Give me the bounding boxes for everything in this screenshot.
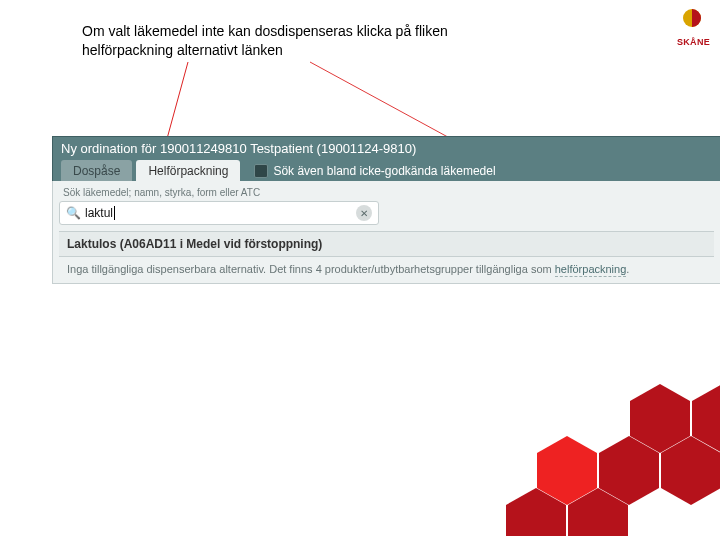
text-cursor — [114, 206, 115, 220]
tab-dospase-label: Dospåse — [73, 164, 120, 178]
search-panel: Sök läkemedel; namn, styrka, form eller … — [52, 181, 720, 284]
result-heading: Laktulos (A06AD11 i Medel vid förstoppni… — [59, 231, 714, 256]
checkbox-row: Sök även bland icke-godkända läkemedel — [254, 164, 495, 178]
tab-dospase[interactable]: Dospåse — [61, 160, 132, 181]
tab-helforpackning[interactable]: Helförpackning — [136, 160, 240, 181]
logo-icon — [677, 6, 707, 36]
callout-text: Om valt läkemedel inte kan dosdispensera… — [82, 23, 448, 58]
logo-label: SKÅNE — [677, 37, 710, 47]
window-title-text: Ny ordination för 190011249810 Testpatie… — [61, 141, 416, 156]
search-box: 🔍 laktul ✕ — [59, 201, 379, 225]
instruction-callout: Om valt läkemedel inte kan dosdispensera… — [82, 22, 462, 60]
search-field-label: Sök läkemedel; namn, styrka, form eller … — [59, 185, 714, 201]
search-input[interactable]: laktul — [85, 206, 356, 221]
clear-search-button[interactable]: ✕ — [356, 205, 372, 221]
tab-helforpackning-label: Helförpackning — [148, 164, 228, 178]
tab-row: Dospåse Helförpackning Sök även bland ic… — [52, 160, 720, 181]
result-suffix: . — [626, 263, 629, 275]
result-heading-text: Laktulos (A06AD11 i Medel vid förstoppni… — [67, 237, 322, 251]
include-nonapproved-checkbox[interactable] — [254, 164, 268, 178]
decorative-hexagons — [460, 376, 720, 540]
window-title: Ny ordination för 190011249810 Testpatie… — [52, 136, 720, 160]
helforpackning-link[interactable]: helförpackning — [555, 263, 627, 277]
search-icon: 🔍 — [66, 206, 81, 220]
app-window: Ny ordination för 190011249810 Testpatie… — [52, 136, 720, 284]
checkbox-label: Sök även bland icke-godkända läkemedel — [273, 164, 495, 178]
brand-logo: SKÅNE — [677, 6, 710, 47]
result-message: Inga tillgängliga dispenserbara alternat… — [59, 256, 714, 283]
result-prefix: Inga tillgängliga dispenserbara alternat… — [67, 263, 555, 275]
search-input-value: laktul — [85, 206, 113, 220]
hex-icon — [460, 376, 720, 536]
